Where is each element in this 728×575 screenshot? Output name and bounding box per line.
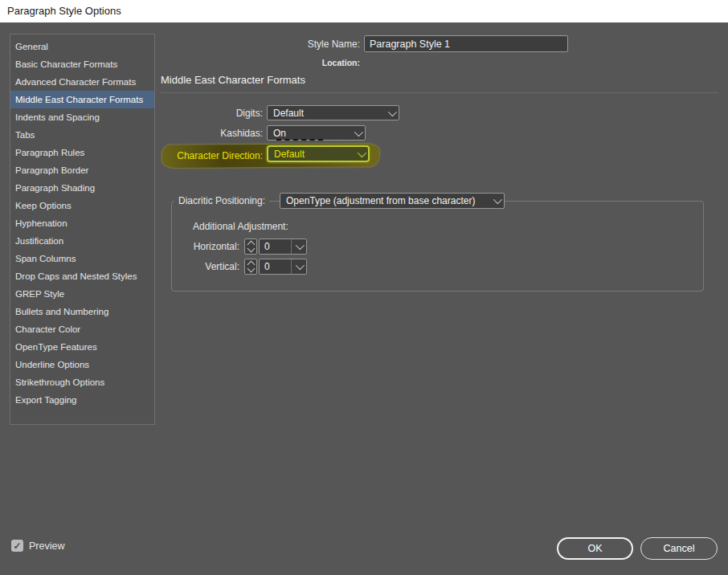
ok-button[interactable]: OK xyxy=(557,537,633,560)
sidebar-item-character-color[interactable]: Character Color xyxy=(10,320,154,338)
sidebar-item-bullets-and-numbering[interactable]: Bullets and Numbering xyxy=(10,303,154,320)
vertical-stepper[interactable] xyxy=(244,259,257,275)
digits-label: Digits: xyxy=(121,108,263,119)
sidebar-item-underline-options[interactable]: Underline Options xyxy=(10,356,154,373)
preview-checkbox[interactable]: ✓ xyxy=(11,540,23,552)
section-divider xyxy=(161,92,718,93)
sidebar-item-justification[interactable]: Justification xyxy=(10,232,154,250)
sidebar-item-basic-character-formats[interactable]: Basic Character Formats xyxy=(10,55,154,73)
sidebar-item-grep-style[interactable]: GREP Style xyxy=(10,285,154,303)
chevron-down-icon xyxy=(354,127,363,136)
digits-value: Default xyxy=(273,108,383,119)
style-name-input[interactable] xyxy=(364,35,568,52)
preview-label: Preview xyxy=(29,540,64,552)
sidebar-list: GeneralBasic Character FormatsAdvanced C… xyxy=(10,34,155,425)
sidebar-item-span-columns[interactable]: Span Columns xyxy=(10,250,154,267)
additional-adjustment-label: Additional Adjustment: xyxy=(193,221,288,232)
vertical-dropdown-button[interactable] xyxy=(292,263,306,270)
chevron-down-icon xyxy=(493,195,502,204)
kashidas-label: Kashidas: xyxy=(121,128,263,139)
kashidas-value: On xyxy=(273,128,350,139)
sidebar-item-opentype-features[interactable]: OpenType Features xyxy=(10,338,154,356)
cancel-button[interactable]: Cancel xyxy=(640,537,718,560)
vertical-field[interactable]: 0 xyxy=(259,259,307,275)
diacritic-positioning-value: OpenType (adjustment from base character… xyxy=(286,195,489,206)
diacritic-positioning-label: Diacritic Positioning: xyxy=(174,195,269,206)
style-name-label: Style Name: xyxy=(265,39,360,50)
sidebar-item-paragraph-shading[interactable]: Paragraph Shading xyxy=(10,179,154,197)
chevron-down-icon xyxy=(296,261,305,270)
chevron-down-icon xyxy=(388,107,397,116)
sidebar-item-drop-caps-and-nested-styles[interactable]: Drop Caps and Nested Styles xyxy=(10,267,154,285)
sidebar-item-export-tagging[interactable]: Export Tagging xyxy=(10,391,154,409)
check-icon: ✓ xyxy=(13,541,21,551)
horizontal-value: 0 xyxy=(260,241,291,252)
sidebar-item-hyphenation[interactable]: Hyphenation xyxy=(10,214,154,232)
sidebar-item-advanced-character-formats[interactable]: Advanced Character Formats xyxy=(10,73,154,91)
horizontal-combo: 0 xyxy=(244,239,307,255)
character-direction-label: Character Direction: xyxy=(121,150,263,161)
character-direction-dropdown[interactable]: Default xyxy=(267,145,370,162)
chevron-down-icon xyxy=(358,148,366,157)
horizontal-stepper[interactable] xyxy=(244,239,257,255)
horizontal-label: Horizontal: xyxy=(159,241,239,252)
dialog-title: Paragraph Style Options xyxy=(0,0,728,22)
diacritic-positioning-dropdown[interactable]: OpenType (adjustment from base character… xyxy=(280,193,505,209)
sidebar-item-strikethrough-options[interactable]: Strikethrough Options xyxy=(10,373,154,391)
chevron-down-icon xyxy=(296,241,305,250)
horizontal-dropdown-button[interactable] xyxy=(292,243,306,250)
vertical-combo: 0 xyxy=(244,259,307,275)
character-direction-value: Default xyxy=(274,149,353,160)
highlighter-dashes-annotation xyxy=(276,139,323,141)
sidebar-item-general[interactable]: General xyxy=(10,38,154,55)
sidebar-item-paragraph-border[interactable]: Paragraph Border xyxy=(10,161,154,179)
horizontal-field[interactable]: 0 xyxy=(259,239,307,255)
sidebar-item-middle-east-character-formats[interactable]: Middle East Character Formats xyxy=(10,91,154,108)
location-label: Location: xyxy=(265,58,360,67)
section-title: Middle East Character Formats xyxy=(161,74,305,86)
sidebar-item-keep-options[interactable]: Keep Options xyxy=(10,197,154,214)
digits-dropdown[interactable]: Default xyxy=(267,105,399,120)
paragraph-style-options-dialog: Paragraph Style Options GeneralBasic Cha… xyxy=(0,0,728,575)
vertical-label: Vertical: xyxy=(159,261,239,272)
vertical-value: 0 xyxy=(260,261,291,272)
